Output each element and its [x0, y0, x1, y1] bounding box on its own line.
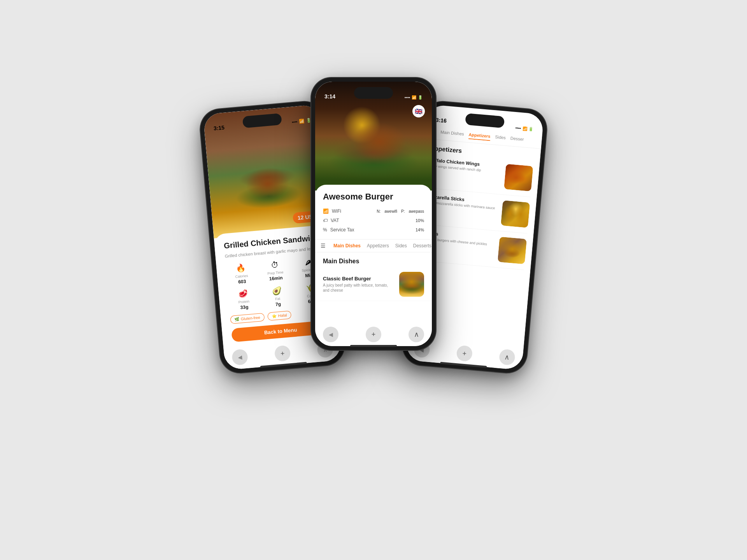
stats-grid: 🔥 Calories 603 ⏱ Prep Time 16min 🌶 Spici… — [226, 256, 325, 286]
buffalo-wings-item[interactable]: Buffalo Chicken Wings Spicy wings served… — [427, 157, 533, 197]
tab-appetizers[interactable]: Appetizers — [367, 243, 389, 248]
battery-icon-right: 🔋 — [528, 127, 533, 131]
halal-label: Halal — [278, 313, 287, 318]
wifi-credentials: N: awewifi P: awepass — [377, 209, 424, 214]
status-bar-center: 3:14 ▪▪▪▪ 📶 🔋 — [315, 82, 432, 103]
gluten-free-label: Gluten-free — [241, 315, 261, 321]
hamburger-menu-icon[interactable]: ☰ — [321, 243, 326, 249]
wifi-pass-label: P: — [401, 209, 405, 214]
signal-icon-left: ▪▪▪▪ — [292, 119, 298, 124]
mozzarella-image — [501, 200, 530, 228]
left-circle-btn[interactable]: ◀ — [231, 349, 248, 366]
vat-value: 10% — [416, 218, 424, 223]
protein-value: 33g — [240, 304, 249, 310]
right-tab-desserts[interactable]: Desser — [510, 136, 524, 144]
meat-icon: 🥩 — [238, 289, 249, 299]
service-tax-label: Service Tax — [330, 227, 354, 233]
service-tax-row-left: % Service Tax — [323, 227, 354, 233]
prep-time-stat: ⏱ Prep Time 16min — [260, 259, 291, 283]
service-tax-row: % Service Tax 14% — [323, 225, 424, 234]
time-right: 3:16 — [435, 117, 447, 124]
calories-stat: 🔥 Calories 603 — [226, 262, 258, 286]
tab-desserts[interactable]: Desserts — [413, 243, 431, 248]
time-left: 3:15 — [213, 124, 224, 131]
status-icons-right: ▪▪▪▪ 📶 🔋 — [515, 126, 533, 131]
fat-stat: 🥑 Fat 7g — [261, 285, 293, 309]
avocado-icon: 🥑 — [272, 286, 282, 296]
language-badge[interactable]: 🇬🇧 — [412, 105, 425, 117]
sliders-item[interactable]: Sliders Mini beef burgers with cheese an… — [420, 230, 527, 270]
home-bar-center — [350, 345, 397, 347]
buffalo-wings-info: Buffalo Chicken Wings Spicy wings served… — [428, 157, 502, 180]
tab-main-dishes[interactable]: Main Dishes — [333, 243, 361, 248]
wifi-signal-icon: 📶 — [323, 208, 329, 214]
right-tab-appetizers[interactable]: Appetizers — [468, 132, 491, 141]
add-button-center[interactable]: + — [366, 327, 381, 342]
halal-tag: ⭐ Halal — [267, 311, 291, 321]
protein-stat: 🥩 Protein 33g — [228, 288, 260, 312]
wifi-icon-center: 📶 — [412, 95, 416, 100]
plus-icon-right: + — [462, 349, 467, 358]
menu-item-classic-burger[interactable]: Classic Beef Burger A juicy beef patty w… — [315, 268, 432, 301]
buffalo-wings-image — [504, 164, 533, 191]
prep-time-value: 16min — [269, 275, 283, 282]
info-rows: 📶 WiFi N: awewifi P: awepass � — [315, 206, 432, 240]
center-section-title: Main Dishes — [315, 252, 432, 268]
wifi-icon-left: 📶 — [299, 119, 305, 124]
add-button-right[interactable]: + — [456, 345, 473, 362]
percent-icon: % — [323, 227, 327, 233]
service-tax-value: 14% — [416, 228, 424, 232]
calories-value: 603 — [238, 279, 246, 285]
vat-row-left: 🏷 VAT — [323, 218, 339, 223]
phone-center: 3:14 ▪▪▪▪ 📶 🔋 🇬🇧 Awesome Burger — [311, 78, 436, 350]
mozzarella-info: Mozzarella Sticks Crispy mozzarella stic… — [425, 194, 499, 217]
bottom-actions-center: ◀ + ∧ — [311, 327, 436, 342]
phone-screen-center: 3:14 ▪▪▪▪ 📶 🔋 🇬🇧 Awesome Burger — [315, 82, 432, 346]
plus-icon-center: + — [372, 331, 376, 339]
center-content: Awesome Burger 📶 WiFi N: awewifi P: awep… — [315, 185, 432, 346]
chevron-up-right[interactable]: ∧ — [499, 349, 516, 366]
vat-icon: 🏷 — [323, 218, 328, 223]
wifi-label: WiFi — [332, 208, 341, 214]
right-tab-main-dishes[interactable]: Main Dishes — [440, 130, 464, 138]
status-icons-left: ▪▪▪▪ 📶 🔋 — [292, 118, 312, 124]
halal-icon: ⭐ — [272, 314, 277, 318]
gluten-free-tag: 🌿 Gluten-free — [230, 313, 265, 324]
classic-burger-name: Classic Beef Burger — [323, 276, 395, 282]
restaurant-name: Awesome Burger — [315, 185, 432, 206]
signal-icon-right: ▪▪▪▪ — [515, 126, 521, 130]
battery-icon-center: 🔋 — [418, 95, 423, 100]
sliders-image — [498, 237, 527, 264]
classic-burger-desc: A juicy beef patty with lettuce, tomato,… — [323, 283, 395, 293]
tab-sides[interactable]: Sides — [395, 243, 407, 248]
classic-burger-info: Classic Beef Burger A juicy beef patty w… — [323, 276, 395, 293]
center-nav-tabs: ☰ Main Dishes Appetizers Sides Desserts — [315, 240, 432, 252]
phones-container: 3:15 ▪▪▪▪ 📶 🔋 12 USD Grilled Chicken San… — [198, 66, 549, 494]
status-icons-center: ▪▪▪▪ 📶 🔋 — [405, 95, 423, 100]
wifi-network-label: N: — [377, 209, 381, 214]
wifi-network-value: awewifi — [384, 209, 397, 214]
add-button-left[interactable]: + — [274, 345, 291, 362]
chevron-up-icon-right: ∧ — [504, 353, 510, 362]
protein-label: Protein — [238, 299, 249, 304]
vat-label: VAT — [331, 218, 339, 223]
mozzarella-item[interactable]: Mozzarella Sticks Crispy mozzarella stic… — [423, 194, 530, 234]
time-center: 3:14 — [324, 93, 335, 100]
left-circle-center[interactable]: ◀ — [323, 327, 338, 342]
fat-label: Fat — [275, 297, 281, 301]
chevron-up-icon: ∧ — [414, 330, 419, 339]
wifi-icon-right: 📶 — [522, 126, 527, 131]
plus-icon-left: + — [280, 349, 285, 358]
fat-value: 7g — [275, 301, 281, 307]
leaf-icon: 🌿 — [235, 317, 240, 322]
uk-flag-icon: 🇬🇧 — [415, 108, 423, 115]
vat-row: 🏷 VAT 10% — [323, 216, 424, 225]
right-tab-sides[interactable]: Sides — [494, 135, 506, 142]
classic-burger-image — [399, 272, 424, 297]
clock-icon: ⏱ — [270, 260, 279, 270]
signal-icon-center: ▪▪▪▪ — [405, 95, 410, 100]
chevron-up-center[interactable]: ∧ — [409, 327, 424, 342]
flame-icon: 🔥 — [236, 263, 246, 273]
battery-icon-left: 🔋 — [306, 118, 312, 123]
wifi-pass-value: awepass — [409, 209, 424, 214]
